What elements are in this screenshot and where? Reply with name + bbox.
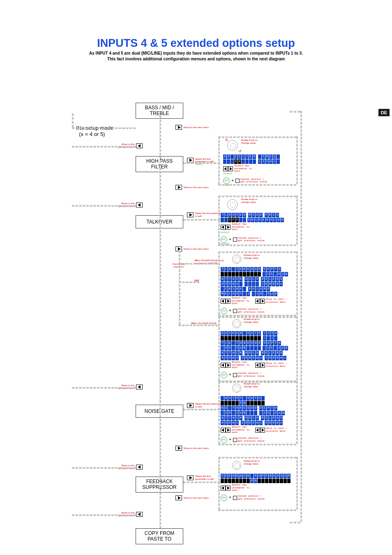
prev-menu-icon[interactable]	[136, 203, 143, 207]
param-prev-icon[interactable]	[223, 166, 228, 171]
lcd-noisegate: NOISE GATE ON NG THRESHD DEPTH -26.2dB -…	[221, 396, 288, 443]
lcd-ducker: DUCKER OUTS 1234 • • TLK THRESHD DEPTH -…	[221, 331, 288, 378]
lcd-hpf: HP FILTER FREQ ON 125Hz Select new param…	[223, 154, 287, 187]
stop-icon[interactable]	[235, 179, 240, 183]
menu-copy: COPY FROM PASTE TO	[136, 528, 183, 544]
lcd-feedback: FEEDBACK SUPPRESSOR ON Select new parame…	[221, 474, 293, 501]
select-first-icon[interactable]	[187, 212, 194, 217]
prev-menu-icon[interactable]	[136, 385, 143, 389]
flow-diagram: BASS / MID / TREBLE INx setup mode (x = …	[72, 103, 355, 555]
param-next-icon[interactable]	[228, 166, 233, 171]
escape-knob[interactable]: ESC	[223, 177, 230, 184]
hint-rotate: Rotate knob to change value	[241, 139, 262, 144]
select-first-icon[interactable]	[187, 475, 194, 480]
page-subtitle: As INPUT 4 and 5 are dual (MIC/LINE) inp…	[65, 51, 327, 62]
rotary-knob[interactable]	[232, 461, 241, 470]
lcd-talkover: TLKOVER MODE PRIO OFF DUCKER HIGH Select…	[221, 213, 284, 246]
next-menu-icon[interactable]	[175, 125, 182, 130]
rotary-knob[interactable]	[227, 199, 238, 210]
rotary-knob[interactable]	[232, 319, 241, 328]
page-title: INPUTS 4 & 5 extended options setup	[0, 37, 392, 50]
locale-tab: DE	[378, 109, 390, 116]
next-menu-icon[interactable]	[175, 185, 182, 190]
prev-menu-icon[interactable]	[136, 143, 143, 148]
rotary-knob[interactable]	[232, 255, 241, 264]
prev-menu-icon[interactable]	[136, 465, 143, 470]
hint-next: Move to the next menu	[184, 126, 209, 129]
rotary-knob[interactable]	[227, 140, 238, 151]
prev-menu-icon[interactable]	[136, 512, 143, 517]
rotary-knob[interactable]	[232, 384, 241, 393]
next-menu-icon[interactable]	[175, 446, 182, 451]
next-menu-icon[interactable]	[175, 495, 182, 500]
select-first-icon[interactable]	[187, 403, 194, 408]
lcd-pager: TLK THRESHD DEPTH -15.4dB ATTACK HOLD RE…	[221, 267, 288, 314]
entry-label: INx setup mode (x = 4 or 5)	[76, 125, 113, 137]
